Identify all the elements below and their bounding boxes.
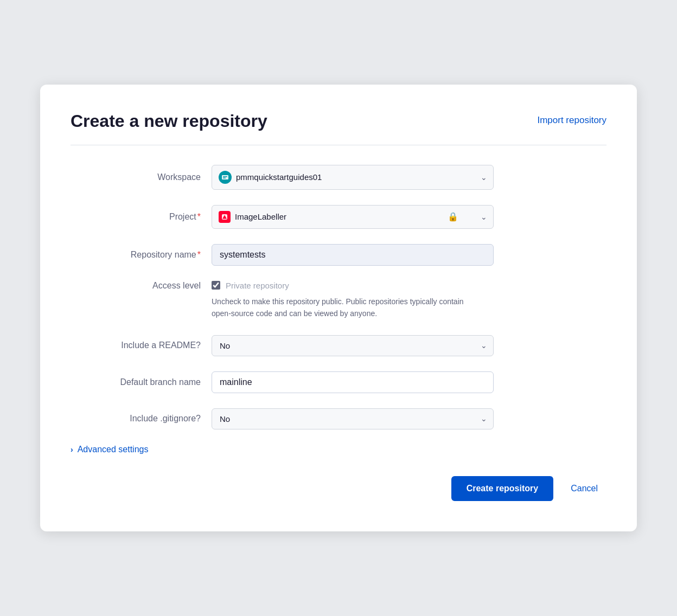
page-title: Create a new repository <box>71 111 267 131</box>
svg-rect-0 <box>222 175 228 179</box>
repo-name-input[interactable] <box>212 244 494 266</box>
private-repo-label: Private repository <box>226 281 289 290</box>
header-divider <box>71 145 606 145</box>
gitignore-control: No Yes ⌄ <box>212 408 494 429</box>
repo-name-row: Repository name* <box>71 244 606 266</box>
workspace-select-wrapper[interactable]: pmmquickstartguides01 ⌄ <box>212 165 494 190</box>
repo-name-control <box>212 244 494 266</box>
access-level-label: Access level <box>71 281 212 291</box>
readme-select-wrapper[interactable]: No Yes ⌄ <box>212 335 494 356</box>
readme-control: No Yes ⌄ <box>212 335 494 356</box>
project-label: Project* <box>71 212 212 222</box>
access-level-control: Private repository Uncheck to make this … <box>212 281 494 320</box>
import-repository-link[interactable]: Import repository <box>537 111 606 126</box>
branch-name-input[interactable] <box>212 371 494 393</box>
workspace-value: pmmquickstartguides01 <box>236 172 322 182</box>
project-required-star: * <box>197 212 201 221</box>
access-level-description: Uncheck to make this repository public. … <box>212 296 472 320</box>
workspace-control: pmmquickstartguides01 ⌄ <box>212 165 494 190</box>
branch-row: Default branch name <box>71 371 606 393</box>
project-value: ImageLabeller <box>235 212 286 221</box>
create-repository-button[interactable]: Create repository <box>451 476 554 501</box>
branch-control <box>212 371 494 393</box>
project-select-wrapper[interactable]: ImageLabeller 🔒 ⌄ <box>212 205 494 229</box>
workspace-icon <box>219 171 232 184</box>
repo-name-label: Repository name* <box>71 250 212 260</box>
private-repo-checkbox[interactable] <box>212 281 220 290</box>
modal-header: Create a new repository Import repositor… <box>71 111 606 131</box>
project-control: ImageLabeller 🔒 ⌄ <box>212 205 494 229</box>
workspace-label: Workspace <box>71 172 212 182</box>
readme-select[interactable]: No Yes <box>212 335 494 356</box>
readme-label: Include a README? <box>71 341 212 350</box>
svg-rect-1 <box>223 176 227 177</box>
readme-row: Include a README? No Yes ⌄ <box>71 335 606 356</box>
repository-form: Workspace pmmquickstartguides01 ⌄ <box>71 165 606 501</box>
project-select-display[interactable]: ImageLabeller 🔒 <box>212 205 494 229</box>
create-repository-modal: Create a new repository Import repositor… <box>40 85 637 531</box>
form-footer: Create repository Cancel <box>71 476 606 501</box>
advanced-chevron-right-icon: › <box>71 445 73 454</box>
project-icon <box>219 211 231 223</box>
gitignore-row: Include .gitignore? No Yes ⌄ <box>71 408 606 429</box>
repo-name-required-star: * <box>197 250 201 259</box>
advanced-settings-row: › Advanced settings <box>71 445 606 454</box>
project-row: Project* ImageLabeller 🔒 ⌄ <box>71 205 606 229</box>
private-repo-checkbox-row: Private repository <box>212 281 494 290</box>
branch-label: Default branch name <box>71 377 212 387</box>
workspace-select-display[interactable]: pmmquickstartguides01 <box>212 165 494 190</box>
svg-rect-2 <box>223 177 226 178</box>
workspace-row: Workspace pmmquickstartguides01 ⌄ <box>71 165 606 190</box>
gitignore-select-wrapper[interactable]: No Yes ⌄ <box>212 408 494 429</box>
lock-icon: 🔒 <box>448 211 458 222</box>
gitignore-label: Include .gitignore? <box>71 414 212 424</box>
advanced-settings-link[interactable]: Advanced settings <box>78 445 149 454</box>
access-level-row: Access level Private repository Uncheck … <box>71 281 606 320</box>
cancel-button[interactable]: Cancel <box>562 476 606 501</box>
gitignore-select[interactable]: No Yes <box>212 408 494 429</box>
